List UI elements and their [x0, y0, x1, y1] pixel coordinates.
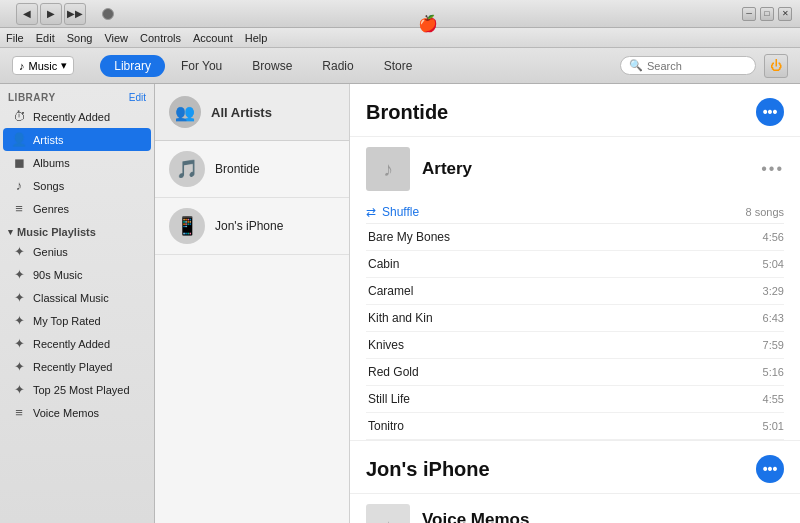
- song-name: Tonitro: [366, 419, 404, 433]
- playlists-label: Music Playlists: [17, 226, 96, 238]
- song-row[interactable]: Caramel 3:29: [366, 278, 784, 305]
- menu-edit[interactable]: Edit: [36, 32, 55, 44]
- sidebar-item-label: Recently Played: [33, 361, 113, 373]
- jons-iphone-section-header: Jon's iPhone •••: [350, 440, 800, 494]
- playlist-icon: ✦: [11, 313, 27, 328]
- play-button[interactable]: ▶: [40, 3, 62, 25]
- menu-account[interactable]: Account: [193, 32, 233, 44]
- sidebar-item-songs[interactable]: ♪ Songs: [3, 174, 151, 197]
- song-duration: 3:29: [763, 285, 784, 297]
- sidebar-item-recently-played[interactable]: ✦ Recently Played: [3, 355, 151, 378]
- menu-help[interactable]: Help: [245, 32, 268, 44]
- shuffle-row: ⇄ Shuffle 8 songs: [366, 199, 784, 224]
- song-duration: 4:56: [763, 231, 784, 243]
- menu-file[interactable]: File: [6, 32, 24, 44]
- playlists-section-header[interactable]: ▾ Music Playlists: [0, 220, 154, 240]
- album-icon: ◼: [11, 155, 27, 170]
- song-duration: 5:01: [763, 420, 784, 432]
- source-selector[interactable]: ♪ Music ▾: [12, 56, 74, 75]
- jons-iphone-more-button[interactable]: •••: [756, 455, 784, 483]
- title-bar: ◀ ▶ ▶▶ 🍎 ─ □ ✕: [0, 0, 800, 28]
- minimize-button[interactable]: ─: [742, 7, 756, 21]
- search-box[interactable]: 🔍: [620, 56, 756, 75]
- back-button[interactable]: ◀: [16, 3, 38, 25]
- nav-right: 🔍 ⏻: [620, 54, 788, 78]
- sidebar-item-label: Voice Memos: [33, 407, 99, 419]
- playlist-icon: ✦: [11, 267, 27, 282]
- sidebar-item-top25[interactable]: ✦ Top 25 Most Played: [3, 378, 151, 401]
- sidebar-item-label: Songs: [33, 180, 64, 192]
- artist-list: 👥 All Artists 🎵 Brontide 📱 Jon's iPhone: [155, 84, 350, 523]
- song-row[interactable]: Tonitro 5:01: [366, 413, 784, 440]
- shuffle-button[interactable]: ⇄ Shuffle: [366, 205, 419, 219]
- library-label: Library: [8, 92, 56, 103]
- song-row[interactable]: Cabin 5:04: [366, 251, 784, 278]
- song-row[interactable]: Red Gold 5:16: [366, 359, 784, 386]
- album-header: ♪ Artery •••: [366, 147, 784, 199]
- voice-memos-title: Voice Memos: [422, 510, 529, 523]
- album-section: ♪ Artery ••• ⇄ Shuffle 8 songs Bare My B…: [350, 137, 800, 440]
- sidebar-item-label: Classical Music: [33, 292, 109, 304]
- brontide-section-header: Brontide •••: [350, 84, 800, 137]
- edit-button[interactable]: Edit: [129, 92, 146, 103]
- tab-browse[interactable]: Browse: [238, 55, 306, 77]
- all-artists-header[interactable]: 👥 All Artists: [155, 84, 349, 141]
- song-icon: ♪: [11, 178, 27, 193]
- chevron-down-icon: ▾: [61, 59, 67, 72]
- artist-jons-iphone[interactable]: 📱 Jon's iPhone: [155, 198, 349, 255]
- brontide-avatar: 🎵: [169, 151, 205, 187]
- sidebar-item-voice-memos[interactable]: ≡ Voice Memos: [3, 401, 151, 424]
- sidebar-item-label: Recently Added: [33, 111, 110, 123]
- tab-library[interactable]: Library: [100, 55, 165, 77]
- sidebar-item-albums[interactable]: ◼ Albums: [3, 151, 151, 174]
- playlist-icon: ✦: [11, 336, 27, 351]
- song-name: Kith and Kin: [366, 311, 433, 325]
- song-row[interactable]: Still Life 4:55: [366, 386, 784, 413]
- sidebar-item-label: Albums: [33, 157, 70, 169]
- album-more-button[interactable]: •••: [761, 160, 784, 178]
- voice-memos-more-button[interactable]: •••: [761, 517, 784, 523]
- title-bar-right: ─ □ ✕: [742, 7, 792, 21]
- nav-tabs: Library For You Browse Radio Store: [100, 55, 426, 77]
- song-duration: 5:04: [763, 258, 784, 270]
- sidebar-item-90s-music[interactable]: ✦ 90s Music: [3, 263, 151, 286]
- jons-iphone-title: Jon's iPhone: [366, 458, 490, 481]
- menu-view[interactable]: View: [104, 32, 128, 44]
- search-input[interactable]: [647, 60, 747, 72]
- sidebar-item-genius[interactable]: ✦ Genius: [3, 240, 151, 263]
- song-name: Red Gold: [366, 365, 419, 379]
- menu-song[interactable]: Song: [67, 32, 93, 44]
- artist-brontide[interactable]: 🎵 Brontide: [155, 141, 349, 198]
- song-row[interactable]: Bare My Bones 4:56: [366, 224, 784, 251]
- tab-store[interactable]: Store: [370, 55, 427, 77]
- sidebar-item-genres[interactable]: ≡ Genres: [3, 197, 151, 220]
- tab-radio[interactable]: Radio: [308, 55, 367, 77]
- song-duration: 5:16: [763, 366, 784, 378]
- genres-icon: ≡: [11, 201, 27, 216]
- genius-icon: ✦: [11, 244, 27, 259]
- sidebar-item-recently-added[interactable]: ⏱ Recently Added: [3, 105, 151, 128]
- menu-bar: File Edit Song View Controls Account Hel…: [0, 28, 800, 48]
- airplay-button[interactable]: ⏻: [764, 54, 788, 78]
- chevron-icon: ▾: [8, 227, 13, 237]
- song-row[interactable]: Knives 7:59: [366, 332, 784, 359]
- forward-button[interactable]: ▶▶: [64, 3, 86, 25]
- voice-memos-section: ♪ Voice Memos Voice Memo • 2016 ••• ⇄ Sh…: [350, 494, 800, 523]
- sidebar-item-classical-music[interactable]: ✦ Classical Music: [3, 286, 151, 309]
- menu-controls[interactable]: Controls: [140, 32, 181, 44]
- album-art: ♪: [366, 147, 410, 191]
- song-name: Bare My Bones: [366, 230, 450, 244]
- tab-foryou[interactable]: For You: [167, 55, 236, 77]
- jons-iphone-avatar: 📱: [169, 208, 205, 244]
- maximize-button[interactable]: □: [760, 7, 774, 21]
- sidebar-item-recently-added-playlist[interactable]: ✦ Recently Added: [3, 332, 151, 355]
- brontide-more-button[interactable]: •••: [756, 98, 784, 126]
- sidebar-item-my-top-rated[interactable]: ✦ My Top Rated: [3, 309, 151, 332]
- song-row[interactable]: Kith and Kin 6:43: [366, 305, 784, 332]
- song-duration: 7:59: [763, 339, 784, 351]
- voice-memos-art: ♪: [366, 504, 410, 523]
- person-icon: 👤: [11, 132, 27, 147]
- song-duration: 6:43: [763, 312, 784, 324]
- sidebar-item-artists[interactable]: 👤 Artists: [3, 128, 151, 151]
- close-button[interactable]: ✕: [778, 7, 792, 21]
